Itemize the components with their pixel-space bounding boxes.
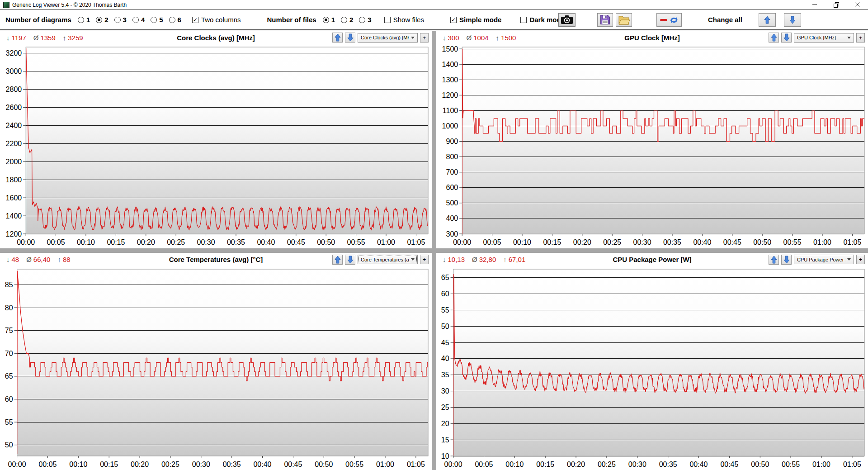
y-tick-label: 40: [441, 355, 449, 362]
save-button[interactable]: [597, 13, 613, 27]
y-tick-label: 1000: [442, 122, 458, 130]
y-tick-label: 1200: [6, 230, 22, 238]
y-tick-label: 1200: [442, 91, 458, 99]
radio-diagrams-3[interactable]: 3: [114, 16, 127, 24]
x-tick-label: 00:45: [720, 461, 738, 468]
number-of-files-label: Number of files: [267, 16, 316, 24]
y-tick-label: 60: [441, 290, 449, 298]
y-tick-label: 2000: [6, 158, 22, 166]
two-columns-checkbox[interactable]: ✓ Two columns: [192, 16, 241, 24]
radio-circle: [132, 17, 139, 23]
chart-canvas: 505560657075808500:0000:0500:1000:1500:2…: [0, 266, 432, 470]
chart-metric-select[interactable]: Core Temperatures (avg): [358, 255, 418, 264]
x-tick-label: 00:40: [253, 461, 271, 468]
x-tick-label: 00:55: [345, 461, 363, 468]
chart-move-down-button[interactable]: [345, 255, 355, 265]
radio-label: 2: [349, 16, 353, 24]
chart-move-down-button[interactable]: [345, 33, 355, 43]
chart-move-up-button[interactable]: [769, 255, 779, 265]
radio-files-1[interactable]: 1: [323, 16, 335, 24]
max-value: 3259: [68, 34, 83, 42]
x-tick-label: 00:00: [17, 238, 35, 246]
diagram-count-radio-group: 123456: [78, 16, 181, 24]
x-tick-label: 00:10: [69, 461, 87, 468]
chart-metric-select[interactable]: CPU Package Power [W]: [794, 255, 854, 264]
x-tick-label: 00:40: [693, 238, 711, 246]
y-tick-label: 1100: [443, 107, 458, 114]
x-tick-label: 00:45: [287, 238, 305, 246]
simple-mode-label: Simple mode: [459, 16, 501, 24]
chart-add-metric-button[interactable]: +: [856, 33, 865, 43]
radio-diagrams-6[interactable]: 6: [169, 16, 181, 24]
chart-add-metric-button[interactable]: +: [856, 255, 865, 264]
x-tick-label: 01:00: [812, 461, 830, 468]
screenshot-camera-button[interactable]: [558, 13, 576, 27]
radio-diagrams-5[interactable]: 5: [151, 16, 163, 24]
chart-header: ↓48Ø66,40↑88Core Temperatures (avg) [°C]…: [0, 253, 432, 266]
avg-symbol-icon: Ø: [472, 256, 477, 263]
y-tick-label: 10: [441, 452, 449, 460]
chart-header: ↓10,13Ø32,80↑67,01CPU Package Power [W]C…: [436, 253, 868, 266]
max-value: 67,01: [509, 256, 526, 263]
radio-files-3[interactable]: 3: [359, 16, 371, 24]
show-files-checkbox[interactable]: Show files: [384, 16, 424, 24]
chart-metric-select[interactable]: Core Clocks (avg) [MHz]: [358, 33, 418, 43]
app-icon: [3, 2, 9, 8]
chart-add-metric-button[interactable]: +: [420, 255, 429, 264]
x-tick-label: 00:15: [107, 238, 125, 246]
chart-metric-select-value: Core Temperatures (avg): [361, 257, 409, 262]
simple-mode-checkbox[interactable]: ✓ Simple mode: [450, 16, 501, 24]
y-tick-label: 50: [5, 441, 13, 449]
chart-metric-select-value: CPU Package Power [W]: [797, 257, 845, 262]
radio-label: 6: [178, 16, 181, 24]
radio-diagrams-4[interactable]: 4: [132, 16, 145, 24]
show-files-checkbox-box: [384, 17, 391, 23]
chart-max-stat: ↑1500: [496, 34, 516, 42]
toolbar: Number of diagrams 123456 ✓ Two columns …: [0, 10, 868, 30]
y-tick-label: 75: [5, 327, 13, 334]
x-tick-label: 00:25: [167, 238, 185, 246]
max-symbol-icon: ↑: [57, 256, 61, 263]
chart-avg-stat: Ø32,80: [472, 256, 496, 263]
chart-add-metric-button[interactable]: +: [420, 33, 429, 43]
chart-move-up-button[interactable]: [332, 255, 343, 265]
close-button[interactable]: [847, 0, 868, 9]
chart-metric-select[interactable]: GPU Clock [MHz]: [794, 33, 854, 43]
x-tick-label: 00:25: [598, 461, 616, 468]
x-tick-label: 00:50: [751, 461, 769, 468]
chart-controls: Core Temperatures (avg)+: [332, 255, 429, 265]
x-tick-label: 00:20: [137, 238, 155, 246]
y-tick-label: 60: [5, 395, 13, 403]
chart-move-down-button[interactable]: [781, 33, 792, 43]
open-folder-button[interactable]: [616, 13, 632, 27]
radio-label: 1: [331, 16, 335, 24]
line-style-refresh-button[interactable]: [656, 13, 682, 27]
chart-panel-3: ↓48Ø66,40↑88Core Temperatures (avg) [°C]…: [0, 253, 432, 470]
show-files-label: Show files: [393, 16, 424, 24]
change-all-down-button[interactable]: [784, 13, 801, 27]
x-tick-label: 00:25: [603, 238, 621, 246]
chart-plot-area: 505560657075808500:0000:0500:1000:1500:2…: [0, 266, 432, 470]
chart-move-down-button[interactable]: [781, 255, 792, 265]
y-tick-label: 65: [5, 372, 13, 380]
radio-diagrams-2[interactable]: 2: [96, 16, 108, 24]
chart-controls: Core Clocks (avg) [MHz]+: [332, 33, 429, 43]
two-columns-checkbox-box: ✓: [192, 17, 198, 23]
min-symbol-icon: ↓: [6, 34, 10, 42]
radio-diagrams-1[interactable]: 1: [78, 16, 90, 24]
charts-grid: ↓1197Ø1359↑3259Core Clocks (avg) [MHz]Co…: [0, 31, 868, 470]
radio-label: 5: [159, 16, 163, 24]
radio-files-2[interactable]: 2: [341, 16, 353, 24]
chart-move-up-button[interactable]: [332, 33, 343, 43]
minimize-button[interactable]: [804, 0, 826, 9]
avg-symbol-icon: Ø: [33, 34, 39, 42]
chart-panel-2: ↓300Ø1004↑1500GPU Clock [MHz]GPU Clock […: [436, 31, 868, 248]
chart-header: ↓1197Ø1359↑3259Core Clocks (avg) [MHz]Co…: [0, 31, 432, 44]
avg-value: 66,40: [33, 256, 51, 263]
min-symbol-icon: ↓: [6, 256, 10, 263]
change-all-up-button[interactable]: [759, 13, 776, 27]
simple-mode-checkbox-box: ✓: [450, 17, 457, 23]
chart-move-up-button[interactable]: [769, 33, 779, 43]
chart-panel-4: ↓10,13Ø32,80↑67,01CPU Package Power [W]C…: [436, 253, 868, 470]
restore-button[interactable]: [826, 0, 847, 9]
